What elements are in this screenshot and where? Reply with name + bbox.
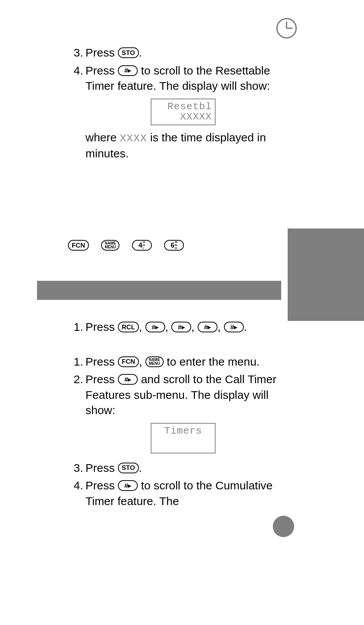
- hash-key-icon: #▸: [198, 322, 217, 332]
- lcd-placeholder: XXXX: [120, 133, 147, 144]
- lcd-display: Timers: [151, 423, 216, 453]
- step-4b: 4. Press #▸ to scroll to the Cumulative …: [68, 478, 281, 509]
- key-digit: 4: [139, 242, 142, 249]
- rcl-key-icon: RCL: [118, 322, 139, 332]
- key-letter: I: [143, 247, 145, 250]
- lcd-line: Resetbl: [155, 102, 212, 112]
- name-menu-key-icon: NAME MENU: [101, 240, 119, 251]
- text: .: [244, 321, 247, 333]
- key-bottom: MENU: [105, 245, 116, 249]
- text: ,: [191, 321, 198, 333]
- step-3b: 3. Press STO.: [68, 460, 281, 476]
- hash-key-icon: #▸: [171, 322, 191, 332]
- step-1-shortcut: 1. Press RCL, #▸, #▸, #▸, #▸.: [68, 319, 281, 335]
- fcn-key-icon: FCN: [118, 356, 139, 367]
- text: Press: [85, 373, 118, 385]
- lcd-line: XXXXX: [155, 112, 212, 122]
- step-3: 3. Press STO.: [68, 45, 281, 61]
- hash-key-icon: #▸: [118, 374, 138, 385]
- fcn-key-icon: FCN: [68, 240, 89, 251]
- lcd-line: Timers: [155, 426, 212, 436]
- text: ,: [139, 321, 145, 333]
- text: .: [139, 461, 142, 474]
- step-1-menu: 1. Press FCN, NAME MENU to enter the men…: [68, 354, 281, 370]
- text: ,: [165, 321, 172, 333]
- hash-key-icon: #▸: [224, 322, 244, 332]
- four-key-icon: 4 G H I: [132, 240, 152, 251]
- text: where: [85, 131, 120, 144]
- text: Press: [85, 479, 118, 492]
- hash-key-icon: #▸: [118, 480, 138, 491]
- text: .: [139, 46, 142, 59]
- shortcut-row: FCN NAME MENU 4 G H I 6 M N O: [68, 238, 281, 253]
- step-number: 3.: [68, 45, 83, 61]
- section-bar: [37, 281, 281, 300]
- step-number: 4.: [68, 478, 83, 509]
- hash-key-icon: #▸: [145, 322, 165, 332]
- step-4: 4. Press #▸ to scroll to the Resettable …: [68, 63, 281, 162]
- lcd-display: Resetbl XXXXX: [151, 99, 216, 126]
- thumb-tab: [288, 228, 364, 321]
- sto-key-icon: STO: [118, 463, 139, 473]
- text: Press: [85, 64, 118, 77]
- step-number: 2.: [68, 372, 83, 458]
- text: ,: [217, 321, 224, 333]
- step-number: 1.: [68, 354, 83, 370]
- step-number: 4.: [68, 63, 83, 162]
- six-key-icon: 6 M N O: [164, 240, 184, 251]
- page-dot-icon: [273, 516, 294, 537]
- step-number: 3.: [68, 460, 83, 476]
- text: Press: [85, 355, 118, 368]
- key-digit: 6: [171, 242, 174, 249]
- step-2: 2. Press #▸ and scroll to the Call Timer…: [68, 372, 281, 458]
- text: Press: [85, 46, 118, 59]
- sto-key-icon: STO: [118, 47, 139, 58]
- key-letter: O: [175, 247, 177, 250]
- name-menu-key-icon: NAME MENU: [145, 356, 164, 367]
- page: 3. Press STO. 4. Press #▸ to scroll to t…: [0, 0, 364, 625]
- text: Press: [85, 321, 118, 333]
- text: ,: [139, 355, 145, 368]
- text: Press: [85, 461, 118, 474]
- section-2: 1. Press RCL, #▸, #▸, #▸, #▸. 1. Press F…: [68, 319, 281, 511]
- section-1: 3. Press STO. 4. Press #▸ to scroll to t…: [68, 45, 281, 253]
- step-number: 1.: [68, 319, 83, 335]
- key-bottom: MENU: [149, 362, 160, 366]
- clock-icon: [276, 18, 297, 40]
- hash-key-icon: #▸: [118, 65, 138, 76]
- text: to enter the menu.: [167, 355, 260, 368]
